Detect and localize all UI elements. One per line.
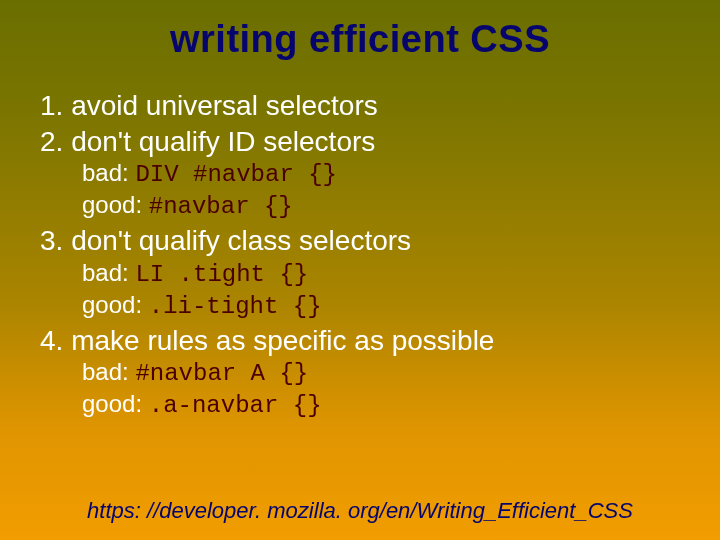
example-code: LI .tight {} [135,261,308,288]
rule-label: avoid universal selectors [71,90,378,121]
rule-number: 4. [40,325,63,356]
slide: writing efficient CSS 1. avoid universal… [0,0,720,540]
rule-text: 1. avoid universal selectors [40,89,680,123]
rule-number: 2. [40,126,63,157]
example-bad: bad: #navbar A {} [82,357,680,389]
example-good: good: .a-navbar {} [82,389,680,421]
example-code: #navbar A {} [135,360,308,387]
example-good: good: #navbar {} [82,190,680,222]
slide-title: writing efficient CSS [40,18,680,61]
example-code: .a-navbar {} [149,392,322,419]
example-bad: bad: DIV #navbar {} [82,158,680,190]
rule-number: 1. [40,90,63,121]
rule-1: 1. avoid universal selectors [40,89,680,123]
example-bad: bad: LI .tight {} [82,258,680,290]
rule-text: 2. don't qualify ID selectors [40,125,680,159]
example-good: good: .li-tight {} [82,290,680,322]
rule-label: don't qualify class selectors [71,225,411,256]
example-code: .li-tight {} [149,293,322,320]
example-label: bad: [82,159,135,186]
rule-text: 4. make rules as specific as possible [40,324,680,358]
example-label: bad: [82,259,135,286]
rule-4: 4. make rules as specific as possible ba… [40,324,680,422]
example-label: good: [82,390,149,417]
example-code: DIV #navbar {} [135,161,337,188]
example-label: good: [82,291,149,318]
example-code: #navbar {} [149,193,293,220]
rule-label: make rules as specific as possible [71,325,494,356]
rule-3: 3. don't qualify class selectors bad: LI… [40,224,680,322]
footer-citation: https: //developer. mozilla. org/en/Writ… [0,498,720,524]
example-label: good: [82,191,149,218]
rule-text: 3. don't qualify class selectors [40,224,680,258]
rule-number: 3. [40,225,63,256]
example-label: bad: [82,358,135,385]
rule-2: 2. don't qualify ID selectors bad: DIV #… [40,125,680,223]
rule-label: don't qualify ID selectors [71,126,375,157]
